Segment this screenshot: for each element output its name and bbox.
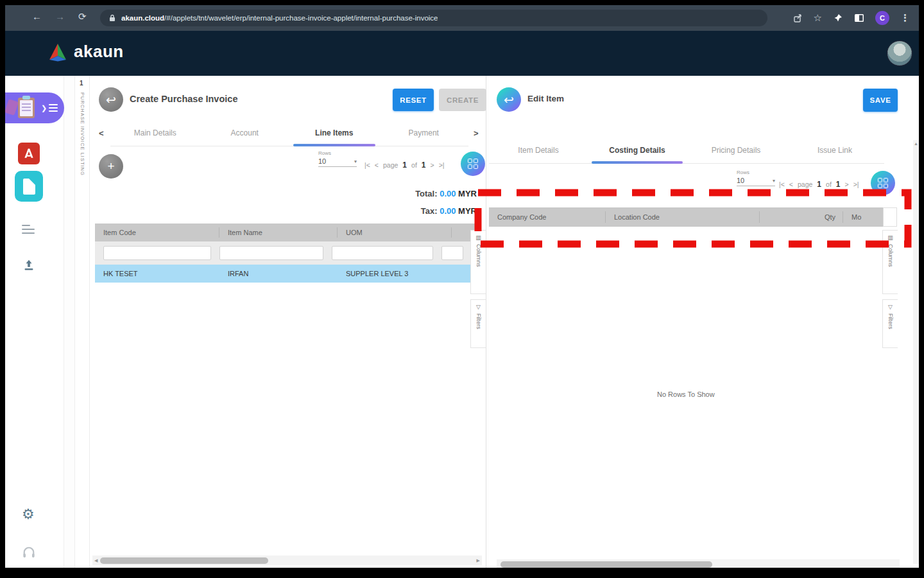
brand-logo[interactable]: akaun [47, 42, 124, 62]
col-qty[interactable]: Qty [760, 207, 843, 227]
clipboard-icon [18, 98, 35, 118]
tabs-scroll-right-icon[interactable]: > [474, 128, 479, 138]
user-avatar[interactable] [887, 40, 912, 66]
back-arrow-icon: ↩ [504, 92, 514, 107]
tab-payment[interactable]: Payment [379, 119, 469, 146]
bookmark-star-icon[interactable]: ☆ [814, 12, 822, 24]
listing-indent-icon: ❯ [41, 102, 58, 114]
scrollbar-thumb[interactable] [501, 561, 712, 568]
columns-side-tab[interactable]: ▥ Columns [470, 230, 486, 294]
first-page-button[interactable]: |< [364, 161, 370, 169]
rows-select[interactable]: 10 ▾ [737, 177, 775, 186]
browser-menu-icon[interactable]: ⋮ [900, 12, 910, 24]
rows-value: 10 [318, 157, 326, 165]
share-icon[interactable] [792, 13, 803, 23]
col-company-code[interactable]: Company Code [489, 207, 606, 227]
col-location-code[interactable]: Location Code [606, 207, 760, 227]
browser-forward-icon[interactable]: → [55, 11, 65, 22]
columns-side-tab[interactable]: ▥ Columns [882, 230, 898, 294]
last-page-button[interactable]: >| [853, 180, 859, 188]
tab-costing-details[interactable]: Costing Details [588, 137, 687, 163]
upload-icon[interactable] [22, 258, 36, 275]
vertical-scrollbar[interactable]: ▲ [913, 140, 919, 564]
col-item-name[interactable]: Item Name [219, 223, 338, 241]
rows-select[interactable]: 10 ▾ [318, 157, 357, 167]
tax-line: Tax: 0.00 MYR [421, 206, 477, 216]
tab-main-details[interactable]: Main Details [110, 119, 200, 146]
next-page-button[interactable]: > [845, 180, 849, 188]
total-line: Total: 0.00 MYR [415, 189, 477, 198]
total-currency: MYR [458, 189, 477, 198]
listing-strip-index: 1 [80, 80, 83, 87]
extension-pin-icon[interactable] [833, 13, 843, 23]
tax-currency: MYR [458, 206, 477, 216]
column-settings-button[interactable] [871, 171, 895, 195]
item-name-filter-input[interactable] [219, 246, 323, 260]
line-item-row-selected[interactable]: HK TESET IRFAN SUPPLER LEVEL 3 [95, 265, 481, 283]
tax-value: 0.00 [440, 206, 456, 216]
horizontal-scrollbar[interactable] [497, 559, 900, 568]
back-button[interactable]: ↩ [99, 87, 123, 112]
filters-side-tab[interactable]: ▽ Filters [470, 299, 486, 348]
active-applet-pill[interactable]: ❯ [5, 92, 64, 123]
tab-issue-link[interactable]: Issue Link [785, 137, 884, 163]
grid-scroll-corner [883, 207, 897, 227]
uom-filter-input[interactable] [332, 246, 433, 260]
pagination: |< < page 1 of 1 > >| [364, 161, 445, 170]
line-items-header: Item Code Item Name UOM [95, 223, 481, 241]
col-more[interactable]: Mo [843, 207, 883, 227]
col-uom[interactable]: UOM [338, 223, 452, 241]
brand-name: akaun [74, 42, 124, 62]
back-arrow-icon: ↩ [106, 92, 116, 107]
browser-reload-icon[interactable]: ⟳ [78, 11, 87, 22]
tab-pricing-details[interactable]: Pricing Details [687, 137, 785, 163]
tab-line-items[interactable]: Line Items [289, 119, 379, 146]
browser-back-icon[interactable]: ← [32, 11, 42, 22]
reset-button[interactable]: RESET [393, 89, 434, 111]
tab-item-details[interactable]: Item Details [489, 137, 588, 163]
create-button[interactable]: CREATE [439, 89, 486, 111]
address-bar[interactable]: akaun.cloud/#/applets/tnt/wavelet/erp/in… [100, 10, 767, 26]
list-icon[interactable] [22, 222, 35, 236]
prev-page-button[interactable]: < [375, 161, 379, 169]
next-page-button[interactable]: > [431, 161, 434, 169]
columns-side-label: Columns [475, 244, 482, 267]
pdf-applet-icon[interactable] [18, 143, 40, 164]
empty-grid-message: No Rows To Show [657, 390, 715, 398]
caret-down-icon: ▾ [354, 159, 357, 164]
profile-badge[interactable]: C [875, 11, 889, 25]
horizontal-scrollbar[interactable]: ◀ ▶ [92, 556, 482, 565]
side-panel-icon[interactable] [854, 13, 864, 22]
columns-side-label: Columns [887, 244, 894, 267]
tab-account[interactable]: Account [200, 119, 290, 146]
page-number: 1 [402, 161, 407, 170]
lock-icon [109, 14, 116, 22]
first-page-button[interactable]: |< [779, 180, 785, 188]
page-number: 1 [817, 180, 821, 189]
column-settings-button[interactable] [461, 152, 485, 176]
save-button[interactable]: SAVE [863, 89, 898, 112]
extra-filter-input[interactable] [441, 246, 463, 260]
tax-label: Tax: [421, 206, 438, 216]
support-headset-icon[interactable] [22, 546, 36, 561]
item-code-filter-input[interactable] [103, 246, 211, 260]
scroll-right-icon[interactable]: ▶ [477, 558, 480, 563]
scrollbar-thumb[interactable] [100, 557, 268, 564]
total-label: Total: [415, 189, 437, 198]
listing-strip-tab[interactable]: 1 PURCHASE INVOICE LISTING [74, 76, 90, 568]
document-applet-icon[interactable] [15, 171, 43, 202]
prev-page-button[interactable]: < [789, 180, 793, 188]
cell-item-name: IRFAN [219, 270, 338, 277]
scroll-left-icon[interactable]: ◀ [94, 558, 98, 563]
settings-gear-icon[interactable]: ⚙ [22, 507, 35, 521]
filters-side-tab[interactable]: ▽ Filters [882, 299, 898, 348]
panel-title: Create Purchase Invoice [130, 94, 237, 104]
tabs-scroll-left-icon[interactable]: < [99, 128, 104, 138]
rows-per-page: Rows 10 ▾ [318, 150, 357, 167]
rows-per-page: Rows 10 ▾ [737, 170, 775, 186]
col-item-code[interactable]: Item Code [95, 223, 219, 241]
add-line-item-button[interactable]: + [99, 154, 123, 179]
last-page-button[interactable]: >| [439, 161, 445, 169]
costing-header: Company Code Location Code Qty Mo [489, 207, 883, 227]
edit-item-back-button[interactable]: ↩ [497, 87, 521, 112]
